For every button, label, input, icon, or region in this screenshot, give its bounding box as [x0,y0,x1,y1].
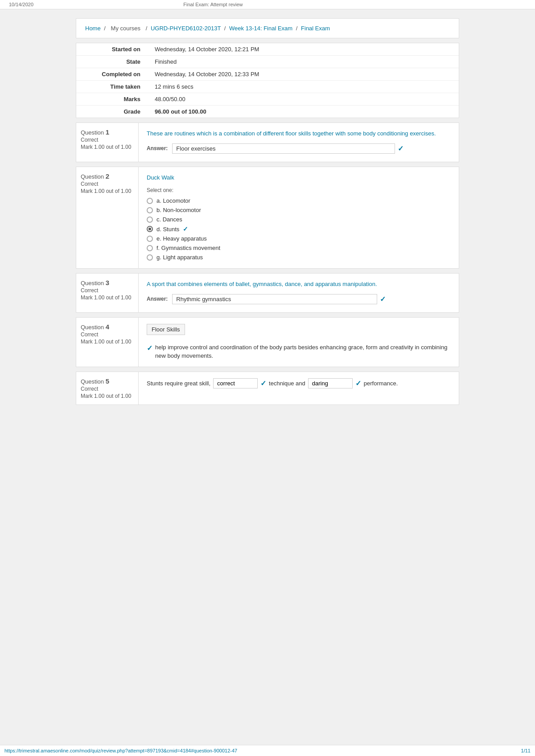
correct-check-1: ✓ [398,144,403,153]
info-label-completed: Completed on [76,68,148,81]
question-4-status: Correct [81,331,134,338]
info-label-state: State [76,56,148,68]
radio-2c [147,217,153,223]
top-bar: 10/14/2020 Final Exam: Attempt review [0,0,535,9]
question-3-content: A sport that combines elements of ballet… [139,274,459,312]
question-1-answer-row: Answer: ✓ [147,143,451,154]
option-2f: f. Gymnastics movement [147,243,451,253]
question-3-text: A sport that combines elements of ballet… [147,280,451,289]
info-value-completed: Wednesday, 14 October 2020, 12:33 PM [148,68,459,81]
question-1-content: These are routines which is a combinatio… [139,123,459,162]
correct-check-3: ✓ [380,295,386,303]
info-label-grade: Grade [76,106,148,118]
question-1-status: Correct [81,137,134,143]
question-1-text: These are routines which is a combinatio… [147,129,451,138]
radio-2d [147,226,153,232]
question-3-answer-input[interactable] [172,294,377,304]
attempt-info-table: Started on Wednesday, 14 October 2020, 1… [76,43,459,118]
radio-2g [147,254,153,261]
info-row-time: Time taken 12 mins 6 secs [76,81,459,93]
fill-text-after-2: performance. [364,380,398,387]
correct-check-2d: ✓ [183,225,188,233]
date-label: 10/14/2020 [9,2,33,7]
question-1: Question 1 Correct Mark 1.00 out of 1.00… [76,123,459,162]
question-4-content: Floor Skills ✓ help improve control and … [139,318,459,367]
question-2-options: a. Locomotor b. Non-locomotor c. Dances … [147,196,451,262]
breadcrumb-home[interactable]: Home [85,25,101,32]
question-5-content: Stunts require great skill, ✓ technique … [139,372,459,405]
info-value-started: Wednesday, 14 October 2020, 12:21 PM [148,43,459,56]
breadcrumb-mycourses: My courses [111,25,140,32]
matching-check-text: help improve control and coordination of… [155,343,451,360]
radio-2f [147,245,153,251]
matching-button: Floor Skills [147,324,185,335]
radio-2a [147,198,153,204]
question-4-sidebar: Question 4 Correct Mark 1.00 out of 1.00 [76,318,139,367]
question-4: Question 4 Correct Mark 1.00 out of 1.00… [76,317,459,367]
blank-2-input[interactable] [308,378,353,388]
info-value-grade: 96.00 out of 100.00 [148,106,459,118]
question-5-sidebar: Question 5 Correct Mark 1.00 out of 1.00 [76,372,139,405]
answer-label-3: Answer: [147,296,168,302]
breadcrumb-exam[interactable]: Final Exam [301,25,330,32]
option-2g: g. Light apparatus [147,253,451,262]
question-3-answer-row: Answer: ✓ [147,294,451,304]
question-3-sidebar: Question 3 Correct Mark 1.00 out of 1.00 [76,274,139,312]
option-2d: d. Stunts ✓ [147,224,451,234]
answer-label-1: Answer: [147,145,168,151]
breadcrumb-course[interactable]: UGRD-PHYED6102-2013T [151,25,221,32]
question-3-mark: Mark 1.00 out of 1.00 [81,294,134,301]
radio-2e [147,236,153,242]
page-title: Final Exam: Attempt review [183,2,243,7]
question-5-mark: Mark 1.00 out of 1.00 [81,393,134,399]
question-1-mark: Mark 1.00 out of 1.00 [81,144,134,150]
question-3-status: Correct [81,287,134,294]
question-2-status: Correct [81,181,134,187]
option-2a: a. Locomotor [147,196,451,205]
question-5: Question 5 Correct Mark 1.00 out of 1.00… [76,372,459,405]
question-5-fill-blank: Stunts require great skill, ✓ technique … [147,378,451,388]
question-4-check-row: ✓ help improve control and coordination … [147,343,451,360]
breadcrumb-week[interactable]: Week 13-14: Final Exam [229,25,292,32]
info-value-time: 12 mins 6 secs [148,81,459,93]
correct-check-4: ✓ [147,343,152,354]
correct-check-5b: ✓ [355,379,361,388]
blank-1-input[interactable] [213,378,258,388]
question-2-mark: Mark 1.00 out of 1.00 [81,188,134,194]
info-value-marks: 48.00/50.00 [148,93,459,106]
question-5-status: Correct [81,386,134,392]
info-row-grade: Grade 96.00 out of 100.00 [76,106,459,118]
info-label-marks: Marks [76,93,148,106]
question-2: Question 2 Correct Mark 1.00 out of 1.00… [76,167,459,269]
option-2e: e. Heavy apparatus [147,234,451,243]
question-3: Question 3 Correct Mark 1.00 out of 1.00… [76,273,459,313]
info-row-started: Started on Wednesday, 14 October 2020, 1… [76,43,459,56]
select-one-label: Select one: [147,187,451,193]
info-row-state: State Finished [76,56,459,68]
option-2b: b. Non-locomotor [147,205,451,215]
fill-prefix: Stunts require great skill, [147,380,210,387]
info-row-completed: Completed on Wednesday, 14 October 2020,… [76,68,459,81]
info-value-state: Finished [148,56,459,68]
question-2-content: Duck Walk Select one: a. Locomotor b. No… [139,167,459,269]
question-4-mark: Mark 1.00 out of 1.00 [81,339,134,345]
radio-2b [147,207,153,213]
option-2c: c. Dances [147,215,451,224]
question-1-sidebar: Question 1 Correct Mark 1.00 out of 1.00 [76,123,139,162]
correct-check-5a: ✓ [260,379,266,388]
question-2-text: Duck Walk [147,173,451,182]
info-label-time: Time taken [76,81,148,93]
fill-text-after-1: technique and [269,380,305,387]
question-1-answer-input[interactable] [172,143,395,154]
question-2-sidebar: Question 2 Correct Mark 1.00 out of 1.00 [76,167,139,269]
info-label-started: Started on [76,43,148,56]
info-row-marks: Marks 48.00/50.00 [76,93,459,106]
breadcrumb: Home / My courses / UGRD-PHYED6102-2013T… [76,18,459,38]
